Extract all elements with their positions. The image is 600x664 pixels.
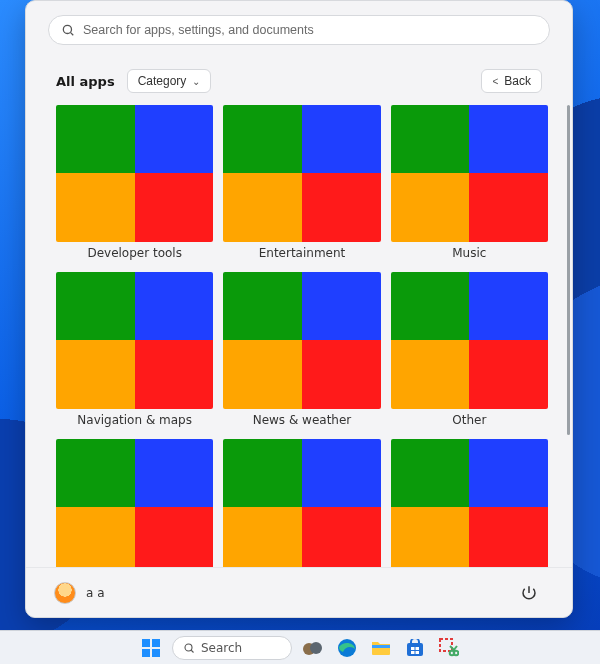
category-music[interactable]: Music: [391, 105, 548, 262]
category-news-weather[interactable]: News & weather: [223, 272, 380, 429]
svg-rect-15: [411, 651, 415, 654]
taskbar-search-label: Search: [201, 641, 242, 655]
svg-rect-11: [372, 645, 390, 648]
svg-rect-13: [411, 647, 415, 650]
chevron-down-icon: ⌄: [192, 76, 200, 87]
edge-icon: [337, 638, 357, 658]
taskbar-file-explorer[interactable]: [368, 635, 394, 661]
category-label: Developer tools: [87, 246, 182, 262]
start-button[interactable]: [138, 635, 164, 661]
all-apps-title: All apps: [56, 74, 115, 89]
svg-point-6: [185, 644, 192, 651]
category-entertainment[interactable]: Entertainment: [223, 105, 380, 262]
back-label: Back: [504, 74, 531, 88]
category-tile: [223, 439, 380, 567]
category-label: Entertainment: [259, 246, 346, 262]
svg-rect-14: [416, 647, 420, 650]
svg-point-9: [310, 642, 322, 654]
svg-rect-4: [142, 649, 150, 657]
explorer-icon: [371, 639, 391, 657]
category-item[interactable]: [56, 439, 213, 567]
category-label: News & weather: [253, 413, 352, 429]
categories-grid: Developer tools Entertainment Music Navi…: [56, 105, 548, 567]
category-navigation-maps[interactable]: Navigation & maps: [56, 272, 213, 429]
snip-icon: [439, 638, 459, 658]
search-container: [26, 1, 572, 51]
svg-rect-2: [142, 639, 150, 647]
taskbar-edge[interactable]: [334, 635, 360, 661]
category-tile: [391, 105, 548, 242]
apps-header: All apps Category ⌄ < Back: [26, 51, 572, 101]
svg-rect-12: [407, 643, 423, 656]
scrollbar-thumb[interactable]: [567, 105, 570, 435]
chevron-left-icon: <: [492, 76, 498, 87]
category-other[interactable]: Other: [391, 272, 548, 429]
taskbar-snipping-tool[interactable]: [436, 635, 462, 661]
svg-line-1: [71, 33, 74, 36]
widgets-icon: [302, 639, 324, 657]
search-icon: [183, 642, 195, 654]
svg-rect-5: [152, 649, 160, 657]
avatar: [54, 582, 76, 604]
sort-category-dropdown[interactable]: Category ⌄: [127, 69, 212, 93]
username-label: a a: [86, 586, 105, 600]
start-footer: a a: [26, 567, 572, 617]
category-tile: [223, 105, 380, 242]
category-tile: [223, 272, 380, 409]
category-item[interactable]: [223, 439, 380, 567]
category-item[interactable]: [391, 439, 548, 567]
category-label: Other: [452, 413, 486, 429]
power-button[interactable]: [520, 584, 538, 602]
category-label: Navigation & maps: [77, 413, 192, 429]
categories-scroll-area[interactable]: Developer tools Entertainment Music Navi…: [26, 101, 572, 567]
category-tile: [56, 105, 213, 242]
category-tile: [391, 272, 548, 409]
taskbar-widgets[interactable]: [300, 635, 326, 661]
category-developer-tools[interactable]: Developer tools: [56, 105, 213, 262]
svg-point-0: [63, 25, 71, 33]
category-tile: [56, 272, 213, 409]
start-icon: [141, 638, 161, 658]
search-icon: [61, 23, 75, 37]
power-icon: [520, 584, 538, 602]
svg-rect-16: [416, 651, 420, 654]
back-button[interactable]: < Back: [481, 69, 542, 93]
user-account-button[interactable]: a a: [54, 582, 105, 604]
svg-line-7: [191, 650, 193, 652]
svg-rect-3: [152, 639, 160, 647]
search-box[interactable]: [48, 15, 550, 45]
search-input[interactable]: [83, 23, 537, 37]
category-label: Music: [452, 246, 486, 262]
taskbar-search[interactable]: Search: [172, 636, 292, 660]
taskbar: Search: [0, 630, 600, 664]
category-tile: [56, 439, 213, 567]
sort-label: Category: [138, 74, 187, 88]
store-icon: [406, 639, 424, 657]
category-tile: [391, 439, 548, 567]
taskbar-store[interactable]: [402, 635, 428, 661]
svg-rect-17: [440, 639, 452, 651]
start-menu-panel: All apps Category ⌄ < Back Developer too…: [25, 0, 573, 618]
